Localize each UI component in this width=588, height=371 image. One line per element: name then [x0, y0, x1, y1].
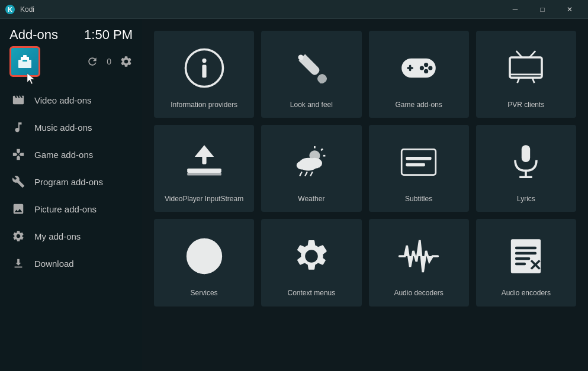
sidebar-nav: Video add-ons Music add-ons Game add-ons	[0, 86, 142, 371]
grid-item-subtitles[interactable]: Subtitles	[369, 125, 469, 212]
svg-point-9	[298, 54, 303, 60]
mic-icon	[505, 141, 547, 183]
package-icon	[16, 53, 34, 70]
svg-line-35	[305, 172, 307, 176]
grid-item-game-addons[interactable]: Game add-ons	[369, 31, 469, 118]
sidebar-label-picture: Picture add-ons	[34, 204, 97, 214]
settings-icon[interactable]	[120, 55, 133, 68]
svg-rect-24	[187, 173, 221, 176]
content-area: Information providers Look and feel	[142, 19, 588, 371]
grid-item-audio-decoders[interactable]: Audio decoders	[369, 219, 469, 306]
videoplayer-icon-container	[159, 134, 249, 190]
grid-item-weather[interactable]: Weather	[261, 125, 361, 212]
gamepad-icon	[397, 47, 440, 89]
grid-label-pvr-clients: PVR clients	[507, 101, 544, 110]
sidebar: Add-ons 1:50 PM	[0, 19, 142, 371]
svg-rect-48	[511, 239, 541, 273]
grid-item-lyrics[interactable]: Lyrics	[476, 125, 576, 212]
svg-rect-5	[23, 60, 27, 62]
sidebar-label-video: Video add-ons	[34, 95, 91, 105]
grid-item-context-menu[interactable]: Context menus	[261, 219, 361, 306]
titlebar-left: K Kodi	[5, 4, 34, 15]
svg-rect-23	[187, 169, 221, 173]
svg-rect-4	[23, 55, 27, 57]
titlebar: K Kodi ─ □ ✕	[0, 0, 588, 19]
grid-label-context-menu: Context menus	[288, 289, 336, 298]
grid-label-weather: Weather	[298, 195, 324, 204]
titlebar-controls: ─ □ ✕	[502, 0, 583, 19]
main-container: Add-ons 1:50 PM	[0, 19, 588, 371]
globe-icon	[183, 235, 226, 278]
svg-point-7	[202, 59, 206, 63]
grid-label-services: Services	[191, 289, 218, 298]
current-time: 1:50 PM	[84, 27, 133, 43]
audio-encoders-icon-container	[481, 228, 571, 284]
picture-icon	[12, 202, 25, 215]
update-count: 0	[107, 57, 111, 66]
sidebar-item-program[interactable]: Program add-ons	[0, 168, 142, 195]
subtitles-icon	[397, 141, 440, 183]
svg-point-16	[420, 66, 424, 70]
weather-icon	[290, 141, 333, 183]
sidebar-item-download[interactable]: Download	[0, 250, 142, 277]
top-bar: Add-ons 1:50 PM	[0, 19, 142, 46]
services-icon-container	[159, 228, 249, 284]
info-providers-icon-container	[159, 40, 249, 96]
svg-text:K: K	[8, 6, 12, 13]
sidebar-item-myaddon[interactable]: My add-ons	[0, 222, 142, 250]
grid-item-pvr-clients[interactable]: PVR clients	[476, 31, 576, 118]
refresh-icon[interactable]	[86, 56, 98, 67]
close-button[interactable]: ✕	[556, 0, 583, 19]
header-controls: 0	[86, 55, 133, 68]
video-icon	[12, 93, 25, 107]
svg-point-13	[424, 63, 428, 67]
grid-item-audio-encoders[interactable]: Audio encoders	[476, 219, 576, 306]
info-circle-icon	[183, 47, 226, 89]
svg-rect-8	[202, 64, 206, 78]
settings-grid-icon	[290, 235, 333, 278]
grid-item-look-feel[interactable]: Look and feel	[261, 31, 361, 118]
grid-label-game-addons: Game add-ons	[395, 101, 442, 110]
sidebar-item-video[interactable]: Video add-ons	[0, 86, 142, 114]
context-menu-icon-container	[266, 228, 356, 284]
tv-icon	[505, 47, 547, 89]
cursor-icon	[26, 72, 37, 85]
sidebar-item-music[interactable]: Music add-ons	[0, 114, 142, 141]
lyrics-icon-container	[481, 134, 571, 190]
svg-rect-50	[515, 252, 536, 255]
kodi-icon: K	[5, 4, 15, 15]
myaddon-icon	[12, 230, 25, 243]
svg-line-29	[321, 149, 323, 150]
titlebar-title: Kodi	[20, 5, 34, 14]
grid-item-services[interactable]: Services	[154, 219, 254, 306]
sidebar-label-music: Music add-ons	[34, 122, 92, 133]
svg-point-32	[307, 158, 322, 169]
grid-item-videoplayer[interactable]: VideoPlayer InputStream	[154, 125, 254, 212]
grid-label-look-feel: Look and feel	[290, 101, 333, 110]
grid-item-info-providers[interactable]: Information providers	[154, 31, 254, 118]
upload-icon	[183, 141, 226, 183]
addon-icon-wrapper	[9, 46, 40, 77]
svg-rect-52	[515, 263, 526, 266]
maximize-button[interactable]: □	[529, 0, 556, 19]
gamepad-nav-icon	[12, 148, 25, 161]
svg-rect-39	[406, 163, 425, 166]
minimize-button[interactable]: ─	[502, 0, 529, 19]
addon-controls-row: 0	[0, 46, 142, 86]
look-feel-icon-container	[266, 40, 356, 96]
page-title: Add-ons	[9, 27, 58, 43]
svg-point-14	[428, 66, 432, 70]
audio-decoders-icon-container	[374, 228, 464, 284]
waveform-icon	[397, 235, 440, 278]
addon-grid: Information providers Look and feel	[154, 31, 576, 307]
music-icon	[12, 121, 25, 134]
grid-label-subtitles: Subtitles	[405, 195, 432, 204]
sidebar-item-picture[interactable]: Picture add-ons	[0, 195, 142, 222]
grid-label-audio-decoders: Audio decoders	[394, 289, 443, 298]
svg-line-34	[300, 172, 302, 176]
pvr-clients-icon-container	[481, 40, 571, 96]
svg-line-36	[310, 172, 313, 176]
sidebar-label-program: Program add-ons	[34, 177, 103, 187]
svg-point-15	[424, 69, 428, 73]
sidebar-item-game[interactable]: Game add-ons	[0, 141, 142, 168]
